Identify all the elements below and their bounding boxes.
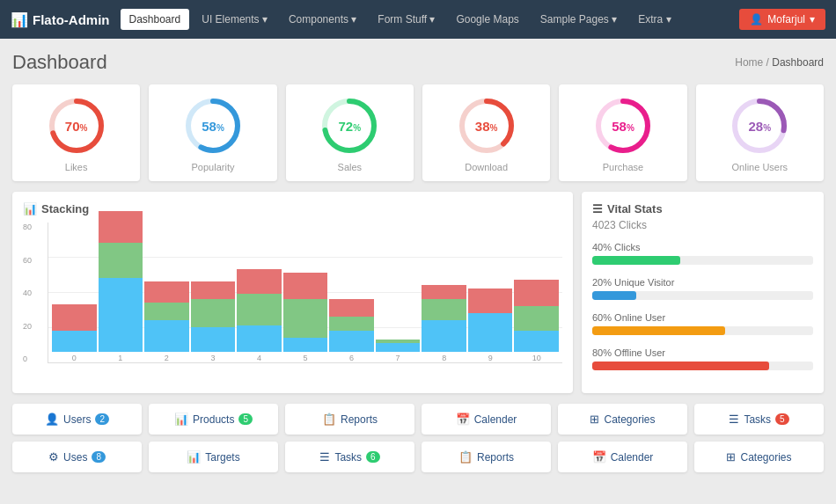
bottom-button[interactable]: ⊞ Categories: [558, 404, 687, 435]
bottom-button[interactable]: ⚙ Uses 8: [12, 442, 142, 472]
nav-item-dashboard[interactable]: Dashboard: [121, 9, 190, 30]
breadcrumb: Home / Dashboard: [735, 56, 824, 69]
nav-item-google-maps[interactable]: Google Maps: [447, 9, 527, 30]
vital-stats-card: ☰ Vital Stats 4023 Clicks 40% Clicks 20%…: [582, 192, 824, 393]
stat-card-online users: 28% Online Users: [696, 84, 824, 181]
vital-stats-title: ☰ Vital Stats: [592, 202, 813, 215]
stat-card-likes: 70% Likes: [12, 84, 140, 181]
bottom-button[interactable]: 📊 Products 5: [149, 404, 278, 435]
vital-item: 80% Offline User: [592, 347, 813, 370]
bar-group: 5: [283, 223, 328, 362]
content: Dashboard Home / Dashboard 70% Likes: [0, 39, 836, 504]
stat-card-purchase: 58% Purchase: [559, 84, 686, 181]
bar-group: 0: [52, 223, 97, 362]
bar-group: 7: [376, 223, 421, 362]
vital-stats-subtitle: 4023 Clicks: [592, 219, 813, 231]
stat-card-sales: 72% Sales: [286, 84, 414, 181]
bottom-button[interactable]: ☰ Tasks 6: [285, 442, 414, 472]
bottom-button[interactable]: ⊞ Categories: [694, 442, 824, 472]
bar-group: 2: [144, 223, 189, 362]
y-axis-labels: 0 20 40 60 80: [23, 223, 32, 363]
nav-item-extra[interactable]: Extra ▾: [629, 9, 679, 30]
caret-icon: ▾: [810, 13, 815, 26]
bottom-button[interactable]: 📋 Reports: [285, 404, 414, 435]
bar-group: 6: [329, 223, 374, 362]
stat-card-download: 38% Download: [422, 84, 550, 181]
vital-stats-items: 40% Clicks 20% Unique Visitor 60% Online…: [592, 242, 813, 370]
page-title: Dashboard: [12, 51, 107, 74]
user-icon: 👤: [750, 13, 763, 26]
bottom-button[interactable]: 👤 Users 2: [12, 404, 142, 435]
stat-card-popularity: 58% Popularity: [149, 84, 276, 181]
nav-item-sample-pages[interactable]: Sample Pages ▾: [532, 9, 626, 30]
brand-icon: 📊: [11, 11, 28, 28]
navbar-brand: 📊 Flato-Admin: [11, 11, 110, 28]
vital-item: 40% Clicks: [592, 242, 813, 265]
bar-group: 10: [514, 223, 559, 362]
nav-item-components[interactable]: Components ▾: [280, 9, 365, 30]
bar-group: 3: [191, 223, 236, 362]
stat-cards-row: 70% Likes 58% Popularity 72% Sales: [12, 84, 824, 181]
vital-item: 20% Unique Visitor: [592, 277, 813, 300]
nav-item-form-stuff[interactable]: Form Stuff ▾: [369, 9, 444, 30]
bar-group: 8: [422, 223, 466, 362]
vital-item: 60% Online User: [592, 312, 813, 335]
nav-item-ui-elements[interactable]: UI Elements ▾: [193, 9, 276, 30]
bar-chart: 012345678910: [48, 223, 562, 363]
bottom-button[interactable]: 📅 Calender: [422, 404, 551, 435]
bar-group: 4: [237, 223, 282, 362]
main-row: 📊 Stacking 0 20 40 60 80 012345678910 ☰ …: [12, 192, 824, 393]
bottom-button[interactable]: ☰ Tasks 5: [694, 404, 824, 435]
bar-chart-icon: 📊: [23, 202, 37, 215]
page-header: Dashboard Home / Dashboard: [12, 51, 824, 74]
bottom-button[interactable]: 📊 Targets: [149, 442, 278, 472]
user-menu[interactable]: 👤 Mofarjul ▾: [739, 9, 825, 30]
bottom-button[interactable]: 📋 Reports: [422, 442, 551, 472]
bar-group: 9: [468, 223, 513, 362]
stacking-chart-card: 📊 Stacking 0 20 40 60 80 012345678910: [12, 192, 573, 393]
list-icon: ☰: [592, 202, 603, 215]
navbar: 📊 Flato-Admin Dashboard UI Elements ▾ Co…: [0, 0, 836, 39]
bottom-button[interactable]: 📅 Calender: [558, 442, 687, 472]
bottom-buttons-grid: 👤 Users 2 📊 Products 5 📋 Reports 📅 Calen…: [12, 404, 824, 472]
bar-group: 1: [99, 223, 143, 362]
